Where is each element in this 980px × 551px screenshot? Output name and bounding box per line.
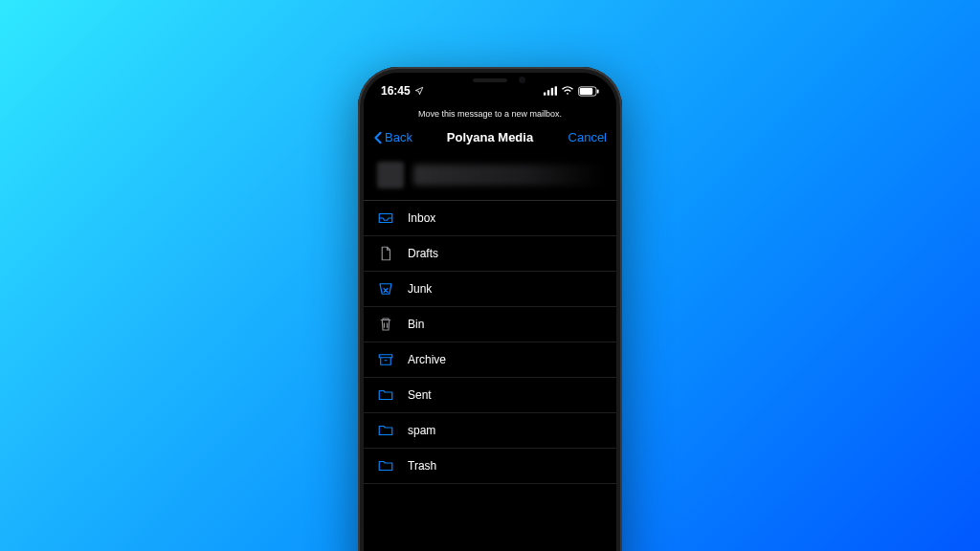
nav-title: Polyana Media (447, 130, 533, 144)
mailbox-label: spam (408, 424, 435, 437)
mailbox-label: Archive (408, 353, 446, 366)
mailbox-list: InboxDraftsJunkBinArchiveSentspamTrash (364, 200, 616, 484)
svg-rect-6 (580, 88, 593, 95)
inbox-icon (377, 209, 394, 227)
mailbox-label: Junk (408, 282, 432, 296)
cancel-button[interactable]: Cancel (559, 130, 607, 144)
mailbox-row-inbox[interactable]: Inbox (364, 201, 616, 236)
back-button[interactable]: Back (373, 130, 421, 144)
bin-icon (377, 316, 394, 333)
mailbox-row-sent[interactable]: Sent (364, 378, 616, 413)
svg-point-4 (567, 93, 568, 95)
status-left: 16:45 (381, 84, 424, 98)
mailbox-row-bin[interactable]: Bin (364, 307, 616, 342)
folder-icon (377, 457, 394, 474)
wifi-icon (561, 86, 574, 96)
mailbox-label: Drafts (408, 247, 438, 260)
mailbox-row-junk[interactable]: Junk (364, 272, 616, 307)
mailbox-row-drafts[interactable]: Drafts (364, 236, 616, 272)
drafts-icon (377, 245, 394, 262)
message-preview-text (413, 165, 603, 186)
folder-icon (377, 386, 394, 404)
svg-rect-1 (547, 90, 549, 95)
nav-bar: Back Polyana Media Cancel (364, 124, 616, 154)
svg-rect-0 (544, 93, 546, 96)
chevron-left-icon (373, 131, 383, 144)
mailbox-label: Trash (408, 459, 436, 473)
instruction-text: Move this message to a new mailbox. (364, 101, 616, 124)
location-arrow-icon (414, 86, 424, 96)
phone-frame: 16:45 (358, 67, 622, 551)
archive-icon (377, 351, 394, 368)
back-label: Back (385, 130, 412, 144)
folder-icon (377, 422, 394, 439)
mailbox-row-archive[interactable]: Archive (364, 342, 616, 378)
svg-rect-3 (555, 86, 557, 95)
notch (430, 73, 550, 94)
message-avatar (377, 162, 404, 188)
mailbox-label: Bin (408, 318, 424, 331)
screen: 16:45 (364, 73, 616, 551)
mailbox-label: Inbox (408, 211, 435, 225)
message-preview (364, 154, 616, 200)
mailbox-label: Sent (408, 388, 432, 402)
battery-icon (578, 86, 599, 97)
mailbox-row-spam[interactable]: spam (364, 413, 616, 449)
junk-icon (377, 280, 394, 298)
svg-rect-7 (597, 89, 599, 93)
status-right (544, 86, 599, 97)
status-time: 16:45 (381, 84, 411, 98)
svg-rect-2 (551, 88, 553, 96)
mailbox-row-trash[interactable]: Trash (364, 449, 616, 484)
